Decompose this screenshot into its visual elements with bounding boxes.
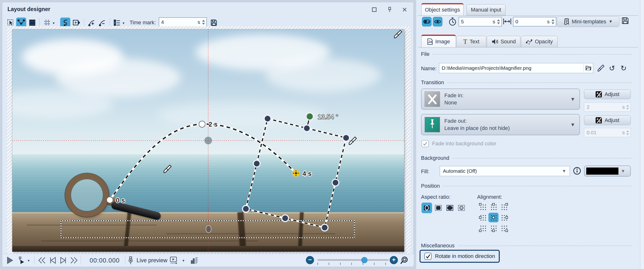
play-options-caret[interactable]: ▾ bbox=[28, 259, 30, 263]
node-minus-icon bbox=[99, 19, 106, 26]
offset-spinner[interactable]: s bbox=[513, 17, 556, 26]
fill-info-icon[interactable] bbox=[573, 167, 582, 175]
time-mark-input[interactable] bbox=[159, 19, 198, 25]
fade-into-background-row[interactable]: Fade into background color bbox=[422, 140, 496, 147]
align-middle-left-button[interactable] bbox=[478, 213, 488, 222]
aspect-stretch-button[interactable] bbox=[444, 203, 455, 213]
fade-out-adjust-button[interactable]: AB Adjust bbox=[584, 115, 631, 125]
canvas-hatched-frame: 13.54 ° 0 s 2 s 4 s bbox=[7, 26, 411, 257]
time-mark-spin-arrows[interactable] bbox=[202, 20, 206, 25]
aspect-distort-button[interactable] bbox=[456, 203, 467, 213]
align-center-button[interactable] bbox=[488, 213, 498, 222]
preview-options-caret[interactable]: ▾ bbox=[182, 259, 184, 263]
tab-opacity[interactable]: Opacity bbox=[521, 36, 558, 47]
align-top-right-button[interactable] bbox=[499, 202, 509, 212]
panel-scroll-strip[interactable] bbox=[640, 0, 644, 269]
pushpin-icon bbox=[427, 118, 438, 131]
align-bottom-center-button[interactable] bbox=[488, 223, 498, 233]
position-section-header: Position bbox=[421, 183, 632, 189]
grid-dropdown-caret[interactable]: ▾ bbox=[53, 21, 55, 25]
fill-select[interactable]: Automatic (Off) ▼ bbox=[440, 166, 570, 176]
fade-out-dropdown[interactable]: Fade out: Leave in place (do not hide) ▼ bbox=[421, 114, 580, 135]
panel-title: Layout designer bbox=[8, 6, 50, 12]
check-icon bbox=[423, 141, 428, 146]
tab-image[interactable]: Image bbox=[421, 35, 456, 48]
next-frame-button[interactable] bbox=[59, 257, 68, 264]
tab-object-settings-label: Object settings bbox=[425, 7, 460, 13]
rotate-left-button[interactable]: ↺ bbox=[607, 63, 617, 73]
aspect-keep-button[interactable] bbox=[422, 203, 432, 213]
zoom-slider-ticks bbox=[318, 263, 386, 265]
duration-input[interactable] bbox=[459, 19, 493, 24]
zoom-slider-thumb[interactable] bbox=[361, 257, 368, 263]
live-preview-pin-icon[interactable] bbox=[127, 256, 134, 265]
fade-out-duration-spinner: 0.01 s bbox=[584, 128, 631, 137]
zoom-in-button[interactable]: + bbox=[390, 256, 398, 264]
align-middle-right-button[interactable] bbox=[499, 213, 509, 222]
layout-canvas[interactable]: 13.54 ° 0 s 2 s 4 s bbox=[12, 29, 404, 252]
fade-in-dropdown[interactable]: Fade in: None ▼ bbox=[421, 89, 580, 110]
mini-templates-icon bbox=[564, 18, 569, 25]
align-top-left-button[interactable] bbox=[478, 202, 488, 212]
rewind-button[interactable] bbox=[38, 257, 46, 264]
tab-object-settings[interactable]: Object settings bbox=[421, 3, 464, 16]
tab-image-label: Image bbox=[435, 38, 450, 45]
fade-into-background-checkbox[interactable] bbox=[422, 140, 429, 147]
check-icon bbox=[425, 254, 430, 259]
swatch-caret[interactable]: ▼ bbox=[618, 169, 628, 174]
fade-in-duration-value: 2 bbox=[584, 104, 622, 110]
alignment-label: Alignment: bbox=[477, 194, 502, 200]
align-top-center-button[interactable] bbox=[488, 202, 498, 212]
name-label: Name: bbox=[421, 65, 437, 72]
next-icon bbox=[59, 257, 68, 264]
statistics-button[interactable] bbox=[190, 256, 198, 265]
play-button[interactable] bbox=[6, 256, 14, 265]
list-dropdown-caret[interactable]: ▾ bbox=[122, 21, 124, 25]
save-settings-button[interactable] bbox=[621, 17, 629, 24]
folder-icon bbox=[585, 65, 592, 71]
play-from-marker-button[interactable] bbox=[17, 257, 25, 264]
browse-file-button[interactable] bbox=[583, 64, 593, 72]
fade-out-value: Leave in place (do not hide) bbox=[444, 125, 510, 132]
miscellaneous-section-header: Miscellaneous bbox=[421, 243, 632, 249]
previous-frame-button[interactable] bbox=[49, 257, 57, 264]
time-mark-spinner[interactable]: s bbox=[159, 17, 207, 27]
mini-templates-dropdown[interactable]: Mini-templates ▼ bbox=[557, 16, 620, 27]
duration-spin-arrows[interactable] bbox=[496, 19, 502, 24]
fade-in-adjust-button[interactable]: AB Adjust bbox=[584, 89, 631, 99]
fast-forward-button[interactable] bbox=[70, 257, 78, 264]
maximize-button[interactable] bbox=[370, 5, 378, 14]
fade-into-background-label: Fade into background color bbox=[432, 141, 496, 147]
edit-image-button[interactable] bbox=[597, 64, 605, 72]
tab-manual-input[interactable]: Manual input bbox=[466, 4, 506, 15]
fill-color-swatch[interactable]: ▼ bbox=[584, 166, 631, 177]
tab-text[interactable]: T Text bbox=[456, 36, 486, 47]
select-arrow-icon bbox=[7, 19, 14, 26]
tab-sound[interactable]: Sound bbox=[487, 36, 520, 47]
pin-button[interactable] bbox=[386, 5, 394, 14]
fade-in-duration-unit: s bbox=[622, 104, 626, 110]
toggle-active-button[interactable] bbox=[422, 17, 432, 26]
fill-value: Automatic (Off) bbox=[440, 168, 562, 174]
zoom-out-button[interactable]: − bbox=[306, 256, 314, 264]
tab-text-label: Text bbox=[470, 38, 479, 45]
close-button[interactable] bbox=[400, 5, 409, 14]
align-bottom-right-button[interactable] bbox=[499, 223, 509, 233]
offset-spin-arrows[interactable] bbox=[551, 19, 556, 24]
zoom-slider-track[interactable] bbox=[318, 259, 389, 261]
file-section-header: File bbox=[421, 51, 632, 57]
rotate-in-motion-checkbox[interactable] bbox=[424, 253, 432, 260]
duration-spinner[interactable]: s bbox=[458, 17, 502, 26]
visibility-button[interactable] bbox=[433, 17, 442, 26]
zoom-fit-button[interactable] bbox=[400, 256, 408, 265]
file-name-field[interactable] bbox=[439, 63, 593, 73]
adjust-ab-icon: AB bbox=[595, 91, 602, 98]
align-bottom-left-button[interactable] bbox=[478, 223, 488, 233]
offset-input[interactable] bbox=[514, 19, 547, 24]
magnifier-image[interactable] bbox=[65, 174, 108, 217]
preview-window-button[interactable] bbox=[169, 256, 178, 265]
rotate-right-button[interactable]: ↻ bbox=[619, 63, 628, 73]
fade-in-adjust-label: Adjust bbox=[604, 91, 619, 97]
file-name-input[interactable] bbox=[439, 65, 583, 71]
aspect-fill-button[interactable] bbox=[433, 203, 444, 213]
